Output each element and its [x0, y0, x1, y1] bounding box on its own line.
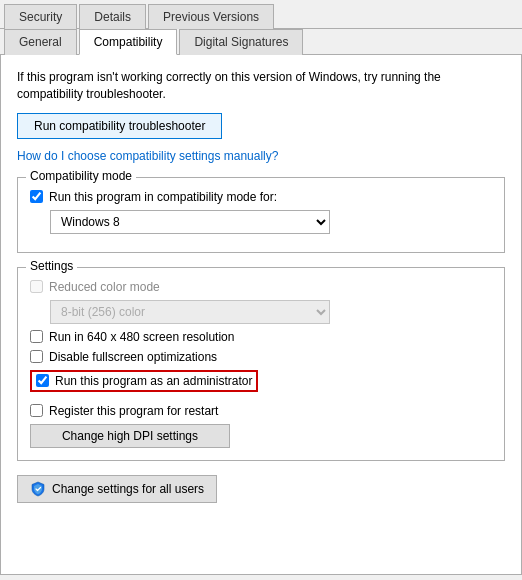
admin-row-wrapper: Run this program as an administrator [30, 370, 492, 398]
screen-res-checkbox[interactable] [30, 330, 43, 343]
troubleshooter-button[interactable]: Run compatibility troubleshooter [17, 113, 222, 139]
register-restart-row: Register this program for restart [30, 404, 492, 418]
footer-section: Change settings for all users [17, 475, 505, 503]
settings-group: Settings Reduced color mode 8-bit (256) … [17, 267, 505, 461]
shield-icon [30, 481, 46, 497]
compatibility-mode-label: Compatibility mode [26, 169, 136, 183]
reduced-color-row: Reduced color mode [30, 280, 492, 294]
dpi-button[interactable]: Change high DPI settings [30, 424, 230, 448]
tab-digital-signatures[interactable]: Digital Signatures [179, 29, 303, 55]
reduced-color-label: Reduced color mode [49, 280, 160, 294]
tab-compatibility[interactable]: Compatibility [79, 29, 178, 55]
tabs-row-2: General Compatibility Digital Signatures [0, 29, 522, 55]
color-dropdown-row: 8-bit (256) color [50, 300, 492, 324]
register-restart-label: Register this program for restart [49, 404, 218, 418]
compatibility-mode-group: Compatibility mode Run this program in c… [17, 177, 505, 253]
compatibility-dropdown-row: Windows 8 Windows 7 Windows Vista (Servi… [50, 210, 492, 234]
tabs-row-1: Security Details Previous Versions [0, 0, 522, 29]
screen-res-row: Run in 640 x 480 screen resolution [30, 330, 492, 344]
run-admin-checkbox[interactable] [36, 374, 49, 387]
description-text: If this program isn't working correctly … [17, 69, 505, 103]
fullscreen-label: Disable fullscreen optimizations [49, 350, 217, 364]
tab-general[interactable]: General [4, 29, 77, 55]
tab-security[interactable]: Security [4, 4, 77, 29]
reduced-color-checkbox[interactable] [30, 280, 43, 293]
help-link[interactable]: How do I choose compatibility settings m… [17, 149, 505, 163]
tab-previous-versions[interactable]: Previous Versions [148, 4, 274, 29]
color-dropdown[interactable]: 8-bit (256) color [50, 300, 330, 324]
screen-res-label: Run in 640 x 480 screen resolution [49, 330, 234, 344]
run-admin-label: Run this program as an administrator [55, 374, 252, 388]
compatibility-checkbox[interactable] [30, 190, 43, 203]
settings-group-label: Settings [26, 259, 77, 273]
settings-content: Reduced color mode 8-bit (256) color Run… [30, 280, 492, 448]
fullscreen-row: Disable fullscreen optimizations [30, 350, 492, 364]
tab-details[interactable]: Details [79, 4, 146, 29]
all-users-button[interactable]: Change settings for all users [17, 475, 217, 503]
register-restart-checkbox[interactable] [30, 404, 43, 417]
all-users-label: Change settings for all users [52, 482, 204, 496]
content-area: If this program isn't working correctly … [0, 55, 522, 575]
compatibility-dropdown[interactable]: Windows 8 Windows 7 Windows Vista (Servi… [50, 210, 330, 234]
compatibility-checkbox-row: Run this program in compatibility mode f… [30, 190, 492, 204]
fullscreen-checkbox[interactable] [30, 350, 43, 363]
compatibility-mode-content: Run this program in compatibility mode f… [30, 190, 492, 234]
compatibility-checkbox-label: Run this program in compatibility mode f… [49, 190, 277, 204]
admin-highlighted-row: Run this program as an administrator [30, 370, 258, 392]
